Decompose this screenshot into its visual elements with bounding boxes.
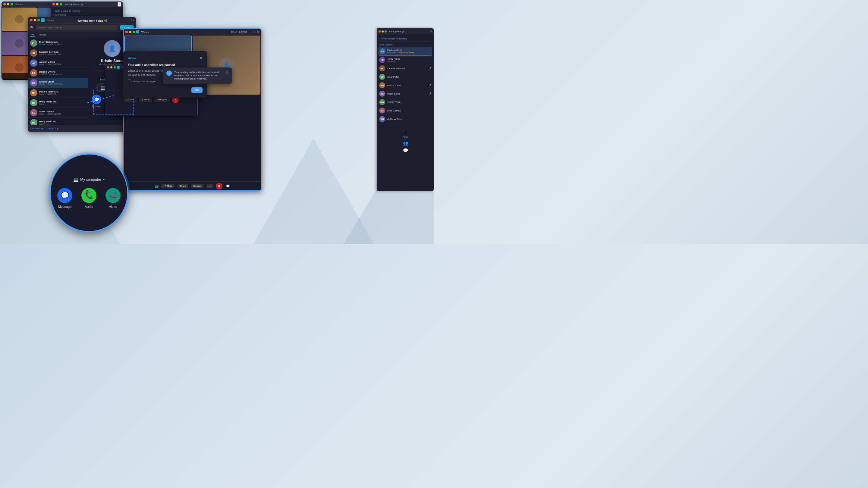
mwr-close-btn[interactable] (125, 31, 128, 33)
bc-chevron-icon: ▾ (103, 178, 104, 181)
toast-info-icon: ℹ (166, 70, 172, 76)
ppr-invite-btn[interactable]: + Invite people to meeting (378, 36, 432, 41)
ppr-avatar-clarissa: CS (379, 48, 385, 54)
ppr-participant-matthew: MB Matthew Baker (378, 115, 432, 123)
ppr-content: + Invite people to meeting In the meetin… (377, 34, 434, 191)
pp-max-btn[interactable] (60, 3, 62, 5)
apps-grid-icon[interactable]: ⊞ (404, 130, 407, 134)
cwb-max-btn[interactable] (114, 66, 116, 68)
ppr-participant-marise: MR Marise Torres 🎤 (378, 81, 432, 90)
cwb-min-btn[interactable] (110, 66, 113, 68)
pd-close-btn[interactable]: ✕ (199, 56, 203, 60)
share-bottom-btn[interactable]: Share (177, 184, 188, 188)
pp-min-btn[interactable] (56, 3, 59, 5)
cwb-mute-btn[interactable]: 🎤 Mute (124, 98, 137, 102)
cwb-keypad-btn[interactable]: ⌨ Keypad (154, 98, 170, 102)
name-daily2: Daily Stand Up (39, 120, 127, 123)
cw-min-btn[interactable] (34, 19, 36, 22)
mute-bottom-btn[interactable]: 🎤 Mute (161, 184, 175, 188)
end-call-btn[interactable]: ✕ (216, 183, 222, 190)
chat-icon[interactable]: 💬 (226, 184, 230, 188)
call-pickup-link[interactable]: Call pickup (47, 127, 59, 130)
cw-max-btn[interactable] (37, 19, 40, 22)
cw-titlebar: Webex Working from home 🌿 ‹ › (28, 17, 136, 23)
bc-video-icon: 📹 (105, 188, 121, 203)
toast-close-btn[interactable]: ✕ (225, 70, 228, 75)
avatar-marise: MT (30, 89, 37, 96)
pd-checkbox[interactable] (128, 79, 131, 83)
avatar-austen: AJ (30, 59, 37, 67)
bc-message-icon: 💬 (57, 188, 72, 203)
keypad-bottom-btn[interactable]: Keypad (191, 184, 204, 188)
avatar-daily: DS (30, 99, 37, 106)
pp-x-btn[interactable]: ✕ (118, 2, 121, 7)
pd-titlebar: Webex ✕ (128, 56, 203, 60)
mwr-minimize[interactable]: — (250, 30, 252, 33)
close-btn-tl[interactable] (3, 3, 6, 5)
minimize-btn-tl[interactable] (7, 3, 9, 5)
mwr-max-btn[interactable] (133, 31, 135, 33)
bc-my-computer[interactable]: 💻 My computer ▾ (73, 177, 104, 182)
tab-missed[interactable]: Missed (38, 33, 48, 37)
bg-shape-mid (253, 138, 374, 244)
ppr-invite-text: Invite people to meeting (381, 37, 407, 40)
participants-icon[interactable]: 👥 (403, 141, 408, 145)
cw-title-center: Working from home 🌿 (55, 18, 130, 23)
message-icon: 💬 (92, 95, 101, 104)
ppr-close-dot[interactable] (378, 30, 381, 33)
ppr-roles-clarissa: Host, me · Temporarily away (387, 52, 431, 54)
ppr-avatar-isabella: IB (379, 65, 385, 71)
ppr-name-henry: Henry Riggs (387, 58, 432, 60)
ppr-participant-isabella: IB Isabella Brennan 🎤 (378, 64, 432, 73)
maximize-btn-tl[interactable] (10, 3, 13, 5)
cw-close-btn[interactable] (30, 19, 33, 22)
ppr-avatar-marise: MR (379, 82, 385, 88)
ppr-name-marise-r: Marise Torres (387, 84, 427, 87)
mwr-titlebar: Webex 12:40 Layout — □ ✕ (124, 29, 261, 35)
cw-footer: Call Settings Call pickup (28, 125, 136, 132)
bc-actions: 💬 Message 📞 Audio 📹 Video (57, 188, 121, 208)
mwr-min-btn[interactable] (129, 31, 131, 33)
bc-message-btn[interactable]: 💬 Message (57, 188, 72, 208)
ppr-avatar-sofia-r: SG (379, 107, 385, 113)
pp-section: In the meeting (53, 13, 121, 17)
ppr-role-henry: Presenter (387, 60, 432, 62)
search-input-cw[interactable] (36, 25, 118, 30)
ppr-min-dot[interactable] (381, 30, 384, 33)
mwr-close[interactable]: ✕ (257, 30, 259, 33)
cw-back-btn[interactable]: ‹ (131, 19, 132, 22)
pd-ok-btn[interactable]: OK (191, 87, 203, 93)
pp-invite-btn[interactable]: + Invite people to meeting (53, 9, 121, 13)
ppr-avatar-henry: HR (379, 57, 385, 63)
mic-icon-kristin: 🎤 (429, 93, 432, 95)
message-action-btn[interactable]: 💬 Message (92, 95, 101, 107)
pp-close-btn[interactable] (53, 3, 55, 5)
mwr-bottom-bar: 📺 🎤 Mute Share Keypad — ✕ 💬 (124, 181, 261, 190)
cwb-share-btn[interactable]: ⬆ Share (139, 98, 152, 102)
ppr-host-label: Host, me (387, 52, 396, 54)
cw-fwd-btn[interactable]: › (133, 19, 134, 22)
ppr-name-great-wall: GREAT WALL (387, 101, 432, 104)
more-bottom-btn[interactable]: — (206, 184, 213, 188)
call-settings-link[interactable]: Call Settings (30, 127, 44, 130)
mic-icon-isabella: 🎤 (429, 67, 432, 70)
cw-app-name: Webex (46, 19, 54, 22)
ppr-info-isabella: Isabella Brennan (387, 67, 427, 70)
ppr-participant-henry: HR Henry Riggs Presenter (378, 56, 432, 64)
bc-video-btn[interactable]: 📹 Video (105, 188, 121, 208)
ppr-info-great-wall: GREAT WALL (387, 101, 432, 104)
ppr-close-btn[interactable]: ✕ (430, 30, 432, 33)
ppr-info-sofia-r: Sofia Gomez (387, 109, 432, 112)
ppr-max-dot[interactable] (384, 30, 387, 33)
bc-audio-btn[interactable]: 📞 Audio (82, 188, 96, 208)
ppr-info-clarissa: Clarissa Smith Host, me · Temporarily aw… (387, 49, 431, 54)
mwr-maximize[interactable]: □ (254, 30, 255, 33)
bc-audio-label: Audio (85, 205, 93, 208)
sub-daily2: Work: +1... (39, 123, 127, 125)
ppr-name-isabella: Isabella Brennan (387, 67, 427, 70)
pd-title: Your audio and video are paused (128, 63, 203, 67)
cwb-close-btn[interactable] (107, 66, 109, 68)
chat-sidebar-icon[interactable]: 💬 (403, 148, 408, 153)
ppr-participant-clarissa: CS Clarissa Smith Host, me · Temporarily… (378, 47, 432, 56)
tab-all[interactable]: All (30, 33, 35, 37)
